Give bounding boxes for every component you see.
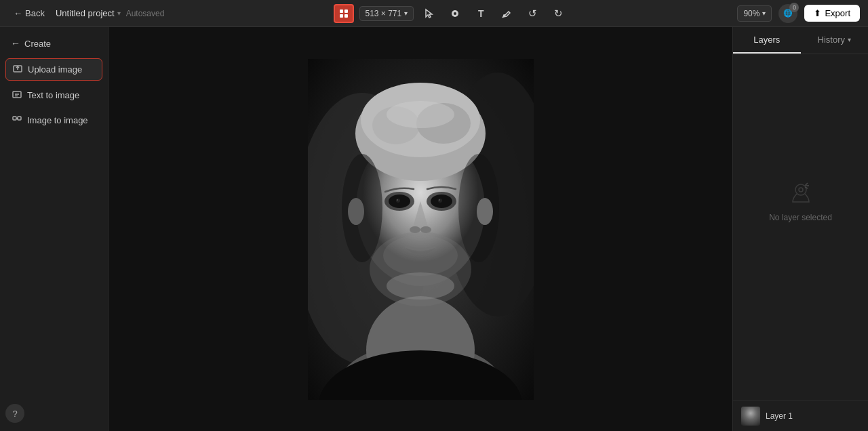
- layers-tab-label: Layers: [753, 35, 780, 45]
- upload-icon: [13, 64, 22, 75]
- canvas-size-chevron-icon: ▾: [404, 9, 408, 17]
- export-button[interactable]: ⬆ Export: [804, 5, 860, 22]
- undo-icon: ↺: [528, 7, 537, 20]
- history-chevron-icon: ▾: [848, 36, 851, 43]
- svg-point-24: [397, 199, 398, 201]
- back-button[interactable]: ← Back: [8, 5, 50, 21]
- layer-name: Layer 1: [766, 411, 793, 421]
- back-label: Back: [25, 8, 45, 18]
- canvas-image: [308, 59, 534, 400]
- svg-rect-9: [18, 117, 21, 120]
- export-icon: ⬆: [814, 8, 821, 18]
- no-layer-icon: [787, 179, 814, 206]
- redo-button[interactable]: ↻: [548, 4, 568, 23]
- sidebar-item-label: Image to image: [27, 115, 88, 125]
- text-tool-icon: T: [478, 8, 484, 19]
- topbar: ← Back Untitled project ▾ Autosaved 513 …: [0, 0, 868, 27]
- sidebar-item-upload-image[interactable]: Upload image: [5, 58, 102, 81]
- svg-point-25: [439, 199, 440, 201]
- text-to-image-icon: [12, 89, 22, 101]
- topbar-center: 513 × 771 ▾ T ↺ ↻: [172, 4, 729, 23]
- svg-point-40: [795, 184, 806, 195]
- zoom-chevron-icon: ▾: [762, 9, 766, 17]
- tab-history[interactable]: History ▾: [801, 27, 869, 54]
- canvas-dimensions: 513 × 771: [366, 9, 402, 18]
- project-name[interactable]: Untitled project ▾: [56, 8, 121, 18]
- sidebar-item-label: Text to image: [27, 90, 79, 100]
- notification-count: 0: [789, 3, 799, 12]
- svg-point-23: [438, 199, 442, 203]
- tab-layers[interactable]: Layers: [733, 27, 801, 54]
- layer-thumbnail: [741, 407, 760, 426]
- fill-tool-button[interactable]: [445, 4, 465, 23]
- svg-rect-3: [344, 14, 348, 18]
- create-label: Create: [24, 39, 51, 49]
- history-tab-content: History ▾: [818, 35, 851, 45]
- canvas-area[interactable]: [108, 27, 732, 431]
- svg-point-41: [799, 188, 803, 192]
- zoom-level: 90%: [743, 9, 760, 18]
- pen-tool-button[interactable]: [496, 4, 517, 23]
- layer-item[interactable]: Layer 1: [733, 401, 868, 431]
- redo-icon: ↻: [554, 7, 563, 20]
- notification-button[interactable]: 🌐 0: [778, 4, 797, 23]
- svg-rect-8: [13, 117, 16, 120]
- svg-rect-0: [340, 9, 343, 13]
- svg-line-44: [805, 187, 808, 188]
- chevron-down-icon: ▾: [117, 9, 121, 17]
- svg-point-22: [396, 199, 400, 203]
- image-to-image-icon: [12, 115, 22, 126]
- topbar-left: ← Back Untitled project ▾ Autosaved: [8, 5, 164, 21]
- pointer-tool-button[interactable]: [419, 4, 439, 23]
- project-title: Untitled project: [56, 8, 115, 18]
- svg-point-38: [458, 154, 499, 262]
- zoom-control[interactable]: 90% ▾: [737, 5, 772, 22]
- undo-button[interactable]: ↺: [522, 4, 542, 23]
- svg-rect-1: [344, 9, 348, 13]
- export-label: Export: [825, 8, 850, 18]
- right-tabs: Layers History ▾: [733, 27, 868, 54]
- svg-point-39: [387, 272, 454, 300]
- layers-list: Layer 1: [733, 401, 868, 431]
- create-arrow-icon: ←: [11, 38, 20, 49]
- right-sidebar: Layers History ▾ No layer selected: [732, 27, 868, 431]
- back-arrow-icon: ←: [14, 8, 22, 18]
- create-header: ← Create: [5, 35, 102, 52]
- main-area: ← Create Upload image Text to image: [0, 27, 868, 431]
- sidebar-item-text-to-image[interactable]: Text to image: [5, 85, 102, 106]
- svg-point-29: [383, 235, 458, 276]
- history-tab-label: History: [818, 35, 845, 45]
- layer-thumb-image: [741, 407, 760, 426]
- no-layer-message: No layer selected: [769, 213, 832, 222]
- canvas-size-display[interactable]: 513 × 771 ▾: [359, 6, 414, 21]
- help-icon: ?: [12, 409, 17, 419]
- portrait-svg: [308, 59, 534, 400]
- select-tool-button[interactable]: [334, 4, 354, 23]
- autosaved-label: Autosaved: [126, 9, 165, 18]
- svg-rect-2: [340, 14, 343, 18]
- sidebar-item-image-to-image[interactable]: Image to image: [5, 110, 102, 131]
- svg-point-5: [454, 12, 456, 15]
- topbar-right: 90% ▾ 🌐 0 ⬆ Export: [737, 4, 860, 23]
- sidebar-item-label: Upload image: [28, 64, 82, 75]
- no-layer-section: No layer selected: [733, 54, 868, 401]
- svg-point-36: [387, 101, 454, 128]
- help-button[interactable]: ?: [5, 404, 24, 423]
- svg-point-37: [342, 154, 382, 262]
- left-sidebar: ← Create Upload image Text to image: [0, 27, 108, 431]
- text-tool-button[interactable]: T: [471, 4, 491, 23]
